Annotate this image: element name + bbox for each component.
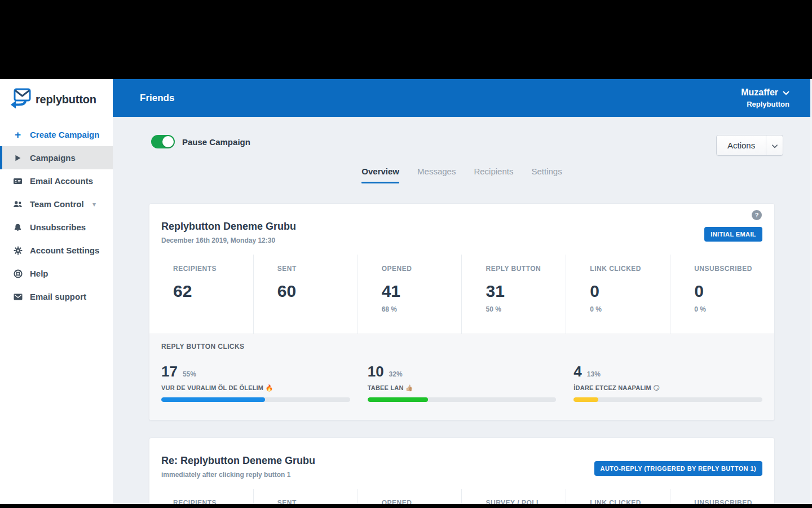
sidebar-item-label: Email support [30,292,86,301]
auto-reply-card: Re: Replybutton Deneme Grubu immediately… [149,437,775,504]
sidebar-item-label: Unsubscribes [30,222,86,232]
chevron-down-icon [783,87,789,98]
sidebar-item-email-accounts[interactable]: Email Accounts [0,169,113,192]
stat-link-clicked: LINK CLICKED 0 0 % [566,255,670,334]
click-count: 10 [368,363,384,380]
sidebar-item-label: Team Control [30,199,84,209]
stat-label: SENT [277,265,358,273]
stats-row: RECIPIENTS SENT OPENED SURVEY / POLL LIN… [149,489,774,504]
actions-button[interactable]: Actions [717,135,766,155]
sidebar-item-unsubscribes[interactable]: Unsubscribes [0,216,113,239]
click-label: TABEE LAN 👍🏼 [368,384,557,392]
sidebar-item-campaigns[interactable]: Campaigns [0,146,113,169]
user-org: Replybutton [741,100,789,108]
stat-percent: 68 % [382,305,462,313]
stat-label: UNSUBSCRIBED [694,499,774,504]
stat-unsubscribed: UNSUBSCRIBED [670,489,774,504]
tab-label: Recipients [474,167,513,176]
sidebar-item-email-support[interactable]: Email support [0,285,113,308]
gear-icon [13,246,23,255]
stats-row: RECIPIENTS 62 SENT 60 OPENED 41 68 % REP… [149,255,774,334]
sidebar-nav: + Create Campaign Campaigns [0,123,113,308]
reply-button-3-stats: 4 13% İDARE ETCEZ NAAPALIM 😏 [573,363,762,402]
clicks-row: 17 55% VUR DE VURALIM ÖL DE ÖLELIM 🔥 10 … [161,363,762,402]
stat-value: 31 [486,282,566,301]
stat-label: UNSUBSCRIBED [694,265,774,273]
sidebar-item-label: Help [30,269,48,278]
stat-link-clicked: LINK CLICKED [566,489,670,504]
pause-campaign-toggle[interactable] [151,135,175,148]
chevron-down-icon [772,141,778,151]
stat-value: 0 [694,282,774,301]
click-label: VUR DE VURALIM ÖL DE ÖLELIM 🔥 [161,384,350,392]
click-percent: 13% [587,370,601,378]
bell-icon [13,223,23,232]
reply-button-2-stats: 10 32% TABEE LAN 👍🏼 [368,363,557,402]
users-icon [13,200,23,209]
main-content: Pause Campaign Actions Overview Messages… [113,117,812,504]
progress-fill [368,397,428,402]
click-percent: 55% [183,370,196,378]
toggle-knob [162,136,174,147]
sidebar-item-account-settings[interactable]: Account Settings [0,239,113,262]
topbar: Friends Muzaffer Replybutton [113,79,812,117]
user-name: Muzaffer [741,87,778,98]
stat-value: 60 [277,282,358,301]
stat-value: 41 [382,282,462,301]
chevron-down-icon: ▾ [92,200,96,208]
stat-sent: SENT [253,489,358,504]
tab-label: Overview [361,167,399,176]
stat-label: OPENED [382,499,462,504]
reply-button-clicks-section: REPLY BUTTON CLICKS 17 55% VUR DE VURALI… [149,334,774,420]
progress-fill [573,397,598,402]
sidebar-item-label: Email Accounts [30,176,93,186]
section-title: REPLY BUTTON CLICKS [161,343,762,351]
replybutton-logo-icon [9,88,32,111]
sidebar: replybutton + Create Campaign Campaigns [0,79,113,504]
stat-value: 62 [173,282,253,301]
stat-recipients: RECIPIENTS [149,489,253,504]
stat-survey-poll: SURVEY / POLL [461,489,566,504]
sidebar-item-help[interactable]: Help [0,262,113,285]
stat-label: OPENED [382,265,462,273]
life-ring-icon [13,269,23,278]
user-menu[interactable]: Muzaffer Replybutton [741,87,789,108]
actions-button-group: Actions [716,135,783,156]
click-label: İDARE ETCEZ NAAPALIM 😏 [573,384,762,392]
tab-settings[interactable]: Settings [531,162,562,183]
actions-dropdown-button[interactable] [766,135,783,155]
email-subtitle: December 16th 2019, Monday 12:30 [161,237,275,244]
play-icon [13,154,23,162]
sidebar-item-team-control[interactable]: Team Control ▾ [0,192,113,216]
envelope-icon [13,293,23,301]
email-title: Re: Replybutton Deneme Grubu [161,455,315,467]
progress-bar [573,397,762,402]
stat-value: 0 [590,282,670,301]
auto-reply-badge: AUTO-REPLY (TRIGGERED BY REPLY BUTTON 1) [594,461,762,476]
tab-overview[interactable]: Overview [361,162,399,183]
click-count: 17 [161,363,178,380]
email-title: Replybutton Deneme Grubu [161,221,296,233]
initial-email-badge: INITIAL EMAIL [704,227,762,242]
stat-label: RECIPIENTS [173,265,253,273]
stat-reply-button: REPLY BUTTON 31 50 % [461,255,566,334]
progress-fill [161,397,265,402]
pause-campaign-row: Pause Campaign [151,135,250,148]
app-window: replybutton + Create Campaign Campaigns [0,79,812,504]
logo[interactable]: replybutton [0,79,113,111]
stat-percent: 0 % [590,305,670,313]
email-subtitle: immediately after clicking reply button … [161,471,290,479]
tab-recipients[interactable]: Recipients [474,162,513,183]
help-icon[interactable]: ? [752,210,762,220]
tab-messages[interactable]: Messages [417,162,456,183]
stat-percent: 50 % [486,305,566,313]
sidebar-item-label: Account Settings [30,246,99,255]
stat-unsubscribed: UNSUBSCRIBED 0 0 % [670,255,774,334]
card-header: Replybutton Deneme Grubu December 16th 2… [149,204,774,255]
click-percent: 32% [389,370,403,378]
stat-label: LINK CLICKED [590,499,670,504]
sidebar-item-label: Campaigns [30,153,76,163]
pause-campaign-label: Pause Campaign [182,137,250,147]
sidebar-item-create-campaign[interactable]: + Create Campaign [0,123,113,146]
click-count: 4 [573,363,581,380]
